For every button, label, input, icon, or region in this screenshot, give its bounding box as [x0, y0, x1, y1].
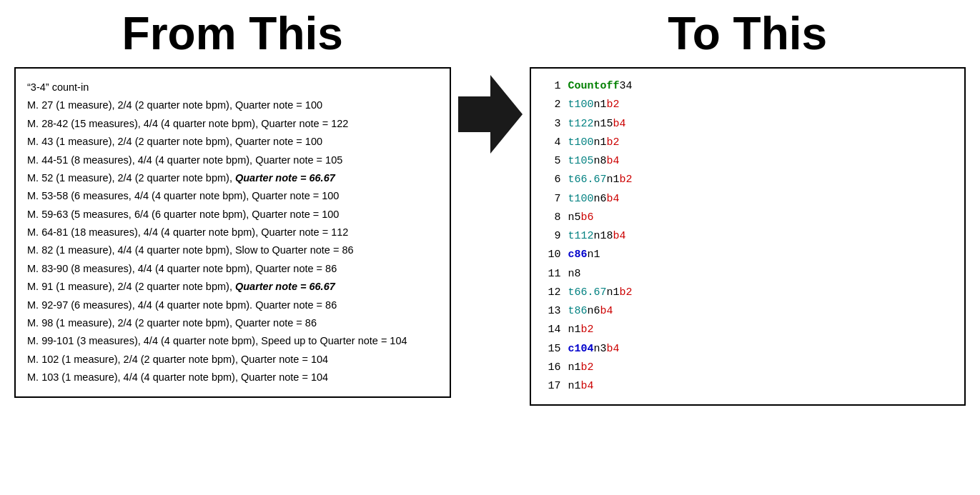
code-token-kw-b: b2	[581, 321, 594, 339]
arrow-container	[458, 7, 523, 488]
from-line: M. 52 (1 measure), 2/4 (2 quarter note b…	[27, 169, 438, 187]
code-token-plain: n1	[588, 246, 600, 264]
line-number: 14	[543, 321, 561, 339]
from-box: “3-4” count-inM. 27 (1 measure), 2/4 (2 …	[14, 67, 451, 398]
from-line: M. 103 (1 measure), 4/4 (4 quarter note …	[27, 369, 438, 386]
line-number: 13	[543, 302, 561, 321]
code-token-kw-b: b2	[607, 134, 620, 152]
from-line: M. 98 (1 measure), 2/4 (2 quarter note b…	[27, 314, 438, 332]
line-number: 3	[543, 115, 561, 134]
from-line: M. 92-97 (6 measures), 4/4 (4 quarter no…	[27, 296, 438, 314]
code-token-kw-countoff: Countoff	[568, 77, 620, 96]
code-token-kw-b: b4	[613, 115, 626, 134]
left-section: From This “3-4” count-inM. 27 (1 measure…	[14, 7, 458, 488]
from-line: M. 53-58 (6 measures, 4/4 (4 quarter not…	[27, 187, 438, 205]
line-number: 2	[543, 96, 561, 114]
code-token-plain: n8	[594, 152, 607, 171]
code-token-plain: n6	[594, 190, 607, 209]
to-box: 1Countoff 342t100 n1 b23t122 n15 b44t100…	[530, 67, 966, 406]
from-line: M. 91 (1 measure), 2/4 (2 quarter note b…	[27, 278, 438, 296]
code-token-kw-b: b2	[607, 96, 620, 114]
from-line: “3-4” count-in	[27, 79, 438, 96]
line-number: 1	[543, 77, 561, 96]
from-line: M. 59-63 (5 measures, 6/4 (6 quarter not…	[27, 206, 438, 224]
code-token-kw-t: t66.67	[568, 171, 607, 189]
line-number: 7	[543, 190, 561, 209]
code-token-plain: n3	[594, 340, 607, 359]
code-token-plain: 34	[620, 77, 633, 96]
code-token-kw-t: t122	[568, 115, 594, 134]
code-token-kw-t: t86	[568, 302, 588, 321]
code-line: 11n8	[543, 265, 954, 284]
from-line: M. 99-101 (3 measures), 4/4 (4 quarter n…	[27, 332, 438, 350]
code-line: 14n1 b2	[543, 321, 954, 339]
code-token-kw-t: t100	[568, 134, 594, 152]
code-token-kw-t: t105	[568, 152, 594, 171]
line-number: 8	[543, 209, 561, 227]
code-token-kw-c: c104	[568, 340, 594, 359]
to-title: To This	[668, 7, 827, 60]
main-container: From This “3-4” count-inM. 27 (1 measure…	[0, 0, 980, 495]
code-token-kw-t: t100	[568, 190, 594, 209]
code-token-kw-b: b4	[607, 340, 620, 359]
code-line: 3t122 n15 b4	[543, 115, 954, 134]
line-number: 11	[543, 265, 561, 284]
code-token-plain: n1	[594, 134, 607, 152]
code-token-kw-t: t66.67	[568, 284, 607, 302]
line-number: 5	[543, 152, 561, 171]
from-line: M. 83-90 (8 measures), 4/4 (4 quarter no…	[27, 260, 438, 278]
code-token-plain: n5	[568, 209, 581, 227]
code-line: 4t100 n1 b2	[543, 134, 954, 152]
line-number: 9	[543, 227, 561, 246]
code-line: 12t66.67 n1 b2	[543, 284, 954, 302]
line-number: 15	[543, 340, 561, 359]
code-token-kw-t: t100	[568, 96, 594, 114]
code-line: 10c86 n1	[543, 246, 954, 264]
from-line: M. 43 (1 measure), 2/4 (2 quarter note b…	[27, 133, 438, 151]
code-token-kw-b: b6	[581, 209, 594, 227]
line-number: 12	[543, 284, 561, 302]
line-number: 6	[543, 171, 561, 189]
code-token-kw-b: b4	[600, 302, 613, 321]
code-token-plain: n1	[607, 171, 620, 189]
from-title: From This	[122, 7, 343, 60]
code-token-kw-c: c86	[568, 246, 588, 264]
right-section: To This 1Countoff 342t100 n1 b23t122 n15…	[523, 7, 966, 488]
code-line: 7t100 n6 b4	[543, 190, 954, 209]
code-token-plain: n8	[568, 265, 581, 284]
from-line: M. 28-42 (15 measures), 4/4 (4 quarter n…	[27, 115, 438, 133]
line-number: 10	[543, 246, 561, 264]
code-line: 5t105 n8 b4	[543, 152, 954, 171]
from-line: M. 64-81 (18 measures), 4/4 (4 quarter n…	[27, 224, 438, 241]
code-token-plain: n1	[594, 96, 607, 114]
code-line: 1Countoff 34	[543, 77, 954, 96]
code-token-kw-b: b2	[581, 359, 594, 377]
from-line: M. 102 (1 measure), 2/4 (2 quarter note …	[27, 351, 438, 369]
code-line: 13t86 n6 b4	[543, 302, 954, 321]
arrow-icon	[458, 75, 523, 154]
line-number: 17	[543, 377, 561, 396]
code-token-plain: n1	[607, 284, 620, 302]
code-token-plain: n1	[568, 321, 581, 339]
code-line: 9t112 n18 b4	[543, 227, 954, 246]
code-token-kw-b: b2	[620, 171, 633, 189]
bold-italic-text: Quarter note = 66.67	[235, 172, 335, 184]
from-line: M. 44-51 (8 measures), 4/4 (4 quarter no…	[27, 151, 438, 169]
from-line: M. 27 (1 measure), 2/4 (2 quarter note b…	[27, 96, 438, 114]
code-line: 6t66.67 n1 b2	[543, 171, 954, 189]
code-token-plain: n1	[568, 377, 581, 396]
code-token-plain: n15	[594, 115, 613, 134]
code-token-kw-t: t112	[568, 227, 594, 246]
bold-italic-text: Quarter note = 66.67	[235, 281, 335, 292]
from-line: M. 82 (1 measure), 4/4 (4 quarter note b…	[27, 241, 438, 259]
code-token-kw-b: b4	[613, 227, 626, 246]
line-number: 4	[543, 134, 561, 152]
code-token-kw-b: b2	[620, 284, 633, 302]
code-token-kw-b: b4	[607, 152, 620, 171]
code-line: 16n1 b2	[543, 359, 954, 377]
code-token-plain: n6	[588, 302, 600, 321]
code-line: 8n5 b6	[543, 209, 954, 227]
code-line: 2t100 n1 b2	[543, 96, 954, 114]
code-token-plain: n1	[568, 359, 581, 377]
code-token-plain: n18	[594, 227, 613, 246]
